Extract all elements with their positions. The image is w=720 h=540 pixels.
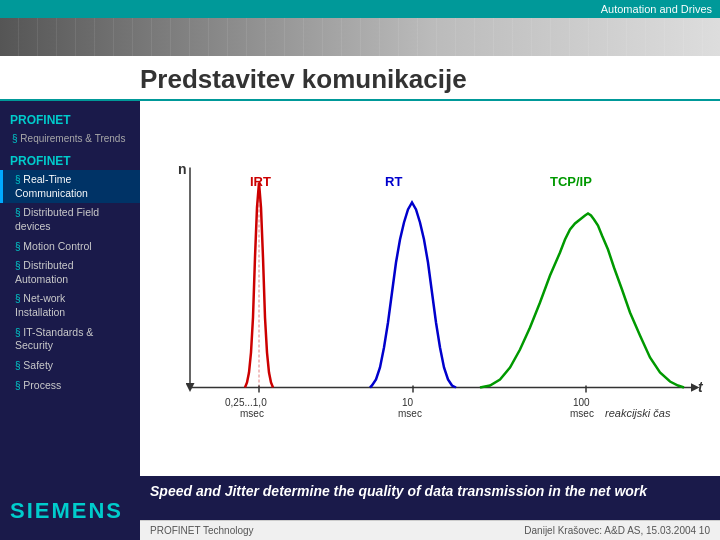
sidebar-item-distributed-field[interactable]: Distributed Fielddevices [0,203,140,236]
page-title: Predstavitev komunikacije [140,64,704,95]
page-header: Predstavitev komunikacije [0,56,720,101]
footer-right: Danijel Krašovec: A&D AS, 15.03.2004 10 [524,525,710,536]
svg-text:msec: msec [570,408,594,419]
svg-text:100: 100 [573,397,590,408]
sidebar-section-profinet-1: PROFINET [0,107,140,129]
bottom-text: Speed and Jitter determine the quality o… [150,483,647,499]
top-bar-label: Automation and Drives [601,3,712,15]
chart-svg: n t IRT RT TCP/IP [150,107,710,468]
siemens-logo-container: SIEMENS [0,488,140,534]
footer-left: PROFINET Technology [150,525,254,536]
sidebar-item-process[interactable]: Process [0,376,140,396]
footer: PROFINET Technology Danijel Krašovec: A&… [140,520,720,540]
header-banner [0,18,720,56]
sidebar-item-dist-automation[interactable]: DistributedAutomation [0,256,140,289]
chart-container: n t IRT RT TCP/IP [150,107,710,468]
bottom-section: Speed and Jitter determine the quality o… [140,476,720,520]
main-layout: PROFINET Requirements & Trends PROFINET … [0,101,720,540]
svg-text:n: n [178,161,187,177]
sidebar-requirements[interactable]: Requirements & Trends [0,129,140,148]
top-bar: Automation and Drives [0,0,720,18]
svg-text:10: 10 [402,397,414,408]
sidebar-item-safety[interactable]: Safety [0,356,140,376]
svg-text:TCP/IP: TCP/IP [550,174,592,189]
sidebar-item-network[interactable]: Net-workInstallation [0,289,140,322]
siemens-logo: SIEMENS [10,498,123,524]
chart-area: n t IRT RT TCP/IP [140,101,720,476]
svg-text:0,25...1,0: 0,25...1,0 [225,397,267,408]
svg-text:reakcijski čas: reakcijski čas [605,407,671,419]
svg-text:msec: msec [398,408,422,419]
sidebar-item-realtime[interactable]: Real-TimeCommunication [0,170,140,203]
sidebar: PROFINET Requirements & Trends PROFINET … [0,101,140,540]
svg-text:RT: RT [385,174,402,189]
svg-text:msec: msec [240,408,264,419]
svg-text:t: t [698,379,704,395]
sidebar-item-it-standards[interactable]: IT-Standards &Security [0,323,140,356]
sidebar-section-profinet-2: PROFINET [0,148,140,170]
sidebar-item-motion[interactable]: Motion Control [0,237,140,257]
